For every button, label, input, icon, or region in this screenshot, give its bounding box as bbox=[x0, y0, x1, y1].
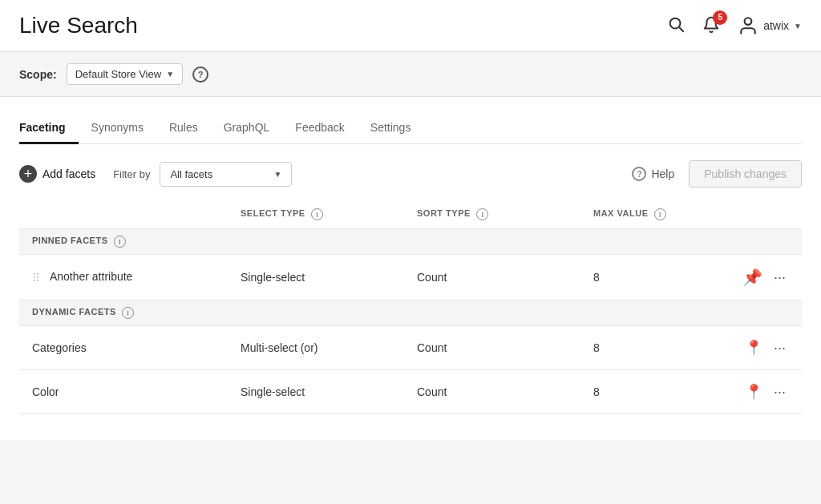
user-menu-chevron-icon: ▼ bbox=[794, 22, 802, 30]
scope-help-icon[interactable]: ? bbox=[192, 67, 208, 83]
scope-bar: Scope: Default Store View ▼ ? bbox=[0, 52, 821, 97]
filter-label: Filter by bbox=[113, 168, 150, 180]
row-select-type: Multi-select (or) bbox=[228, 326, 404, 370]
more-options-button[interactable]: ··· bbox=[770, 338, 789, 358]
tab-faceting[interactable]: Faceting bbox=[19, 113, 79, 144]
header: Live Search 5 atwix ▼ bbox=[0, 0, 821, 52]
row-sort-type: Count bbox=[404, 255, 580, 300]
col-name-header bbox=[19, 200, 228, 229]
tab-graphql[interactable]: GraphQL bbox=[211, 113, 283, 144]
row-max-value: 8 bbox=[580, 255, 709, 300]
sort-type-info-icon[interactable]: i bbox=[476, 208, 488, 220]
row-actions-cell: 📌 ··· bbox=[709, 255, 802, 300]
add-facets-button[interactable]: + Add facets bbox=[19, 165, 95, 183]
publish-label: Publish changes bbox=[704, 167, 787, 180]
row-max-value: 8 bbox=[580, 370, 709, 414]
scope-label: Scope: bbox=[19, 68, 57, 81]
user-menu[interactable]: atwix ▼ bbox=[738, 15, 802, 36]
toolbar-right: ? Help Publish changes bbox=[632, 160, 802, 187]
filter-chevron-icon: ▼ bbox=[273, 170, 281, 179]
dynamic-section-label: DYNAMIC FACETS bbox=[32, 307, 116, 317]
more-options-button[interactable]: ··· bbox=[770, 382, 789, 402]
col-sort-type-header: SORT TYPE i bbox=[404, 200, 580, 229]
pinned-section-label: PINNED FACETS bbox=[32, 236, 108, 245]
tab-synonyms[interactable]: Synonyms bbox=[79, 113, 156, 144]
scope-value: Default Store View bbox=[75, 68, 161, 80]
row-name-cell: Color bbox=[19, 370, 228, 414]
pin-button[interactable]: 📍 bbox=[743, 337, 764, 358]
max-value-info-icon[interactable]: i bbox=[654, 208, 666, 220]
section-header-dynamic: DYNAMIC FACETS i bbox=[19, 300, 802, 326]
row-select-type: Single-select bbox=[228, 370, 404, 414]
svg-point-2 bbox=[745, 18, 752, 25]
header-actions: 5 atwix ▼ bbox=[667, 15, 802, 37]
row-actions-cell: 📍 ··· bbox=[709, 326, 802, 370]
select-type-info-icon[interactable]: i bbox=[311, 208, 323, 220]
col-actions-header bbox=[709, 200, 802, 229]
tab-feedback[interactable]: Feedback bbox=[282, 113, 357, 144]
pinned-section-info-icon[interactable]: i bbox=[114, 236, 126, 248]
filter-select[interactable]: All facets ▼ bbox=[160, 162, 292, 187]
facets-table: SELECT TYPE i SORT TYPE i MAX VALUE i PI… bbox=[19, 200, 802, 414]
add-facets-label: Add facets bbox=[42, 167, 95, 180]
section-header-pinned: PINNED FACETS i bbox=[19, 229, 802, 255]
facet-name: Categories bbox=[32, 341, 87, 354]
table-row: ⠿ Another attribute Single-select Count … bbox=[19, 255, 802, 300]
scope-select[interactable]: Default Store View ▼ bbox=[67, 63, 183, 85]
main-content: Faceting Synonyms Rules GraphQL Feedback… bbox=[0, 97, 821, 440]
row-select-type: Single-select bbox=[228, 255, 404, 300]
notification-bell[interactable]: 5 bbox=[702, 16, 720, 36]
user-name: atwix bbox=[763, 19, 789, 32]
help-button[interactable]: ? Help bbox=[632, 167, 674, 181]
svg-line-1 bbox=[680, 27, 684, 31]
facet-name: Another attribute bbox=[50, 270, 133, 283]
scope-chevron-icon: ▼ bbox=[166, 70, 174, 79]
more-options-button[interactable]: ··· bbox=[770, 268, 789, 288]
pin-button[interactable]: 📍 bbox=[743, 381, 764, 402]
svg-point-0 bbox=[670, 18, 681, 28]
tabs: Faceting Synonyms Rules GraphQL Feedback… bbox=[19, 97, 802, 144]
col-select-type-header: SELECT TYPE i bbox=[228, 200, 404, 229]
col-max-value-header: MAX VALUE i bbox=[580, 200, 709, 229]
filter-value: All facets bbox=[170, 168, 212, 180]
row-actions-cell: 📍 ··· bbox=[709, 370, 802, 414]
drag-handle-icon[interactable]: ⠿ bbox=[32, 272, 40, 284]
add-icon: + bbox=[19, 165, 37, 183]
toolbar: + Add facets Filter by All facets ▼ ? He… bbox=[19, 144, 802, 200]
publish-button[interactable]: Publish changes bbox=[689, 160, 802, 187]
pin-button[interactable]: 📌 bbox=[741, 266, 764, 288]
help-label: Help bbox=[651, 167, 674, 180]
tab-rules[interactable]: Rules bbox=[156, 113, 211, 144]
search-icon[interactable] bbox=[667, 15, 685, 37]
tab-settings[interactable]: Settings bbox=[358, 113, 424, 144]
row-name-cell: ⠿ Another attribute bbox=[19, 255, 228, 300]
table-header-row: SELECT TYPE i SORT TYPE i MAX VALUE i bbox=[19, 200, 802, 229]
row-sort-type: Count bbox=[404, 370, 580, 414]
help-circle-icon: ? bbox=[632, 167, 646, 181]
row-max-value: 8 bbox=[580, 326, 709, 370]
table-row: Categories Multi-select (or) Count 8 📍 ·… bbox=[19, 326, 802, 370]
table-row: Color Single-select Count 8 📍 ··· bbox=[19, 370, 802, 414]
row-sort-type: Count bbox=[404, 326, 580, 370]
notification-badge: 5 bbox=[713, 10, 727, 25]
facet-name: Color bbox=[32, 385, 59, 398]
row-name-cell: Categories bbox=[19, 326, 228, 370]
page-title: Live Search bbox=[19, 13, 138, 38]
dynamic-section-info-icon[interactable]: i bbox=[122, 307, 134, 319]
